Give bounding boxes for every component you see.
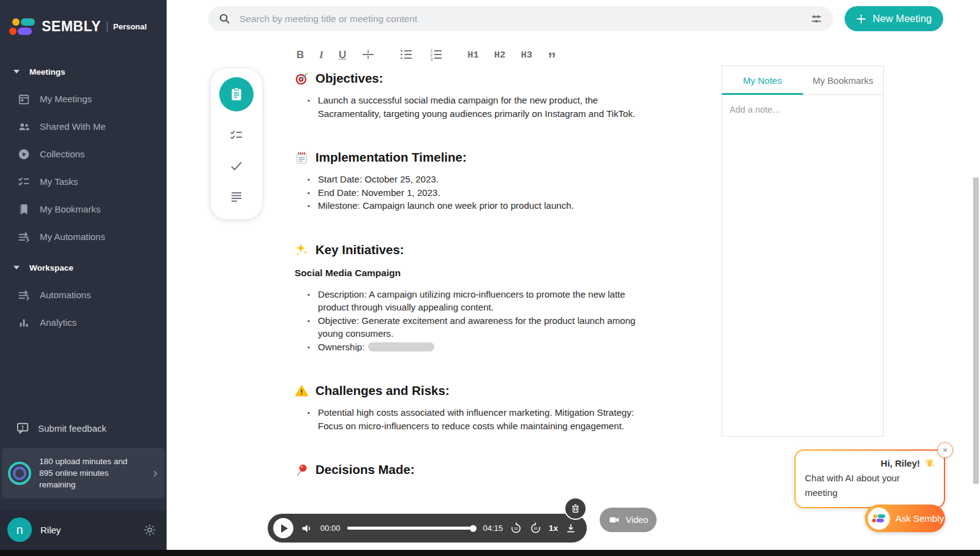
rewind-10-button[interactable]: 10 bbox=[510, 522, 522, 535]
section-heading: Objectives: bbox=[295, 71, 654, 86]
search-input[interactable] bbox=[239, 13, 802, 24]
people-icon bbox=[17, 120, 31, 133]
italic-button[interactable]: I bbox=[319, 49, 323, 61]
chat-bubble-border: Hi, Riley! Chat with AI about your meeti… bbox=[794, 449, 945, 508]
bold-button[interactable]: B bbox=[296, 49, 304, 61]
tasks-view-button[interactable] bbox=[229, 128, 244, 143]
transcript-view-button[interactable] bbox=[229, 190, 244, 205]
heading2-button[interactable]: H2 bbox=[494, 50, 506, 61]
tab-my-notes[interactable]: My Notes bbox=[722, 66, 803, 94]
bar-chart-icon bbox=[17, 316, 31, 329]
close-icon: × bbox=[943, 445, 948, 455]
sidebar-item-my-tasks[interactable]: My Tasks bbox=[0, 168, 167, 195]
brand-divider bbox=[107, 21, 108, 32]
seek-bar[interactable] bbox=[347, 527, 477, 530]
clipboard-icon bbox=[228, 86, 244, 102]
forward-10-button[interactable]: 10 bbox=[529, 522, 542, 535]
initiative-subheading: Social Media Campaign bbox=[295, 268, 654, 279]
sidebar: SEMBLY Personal Meetings My Meetings Sha… bbox=[0, 0, 167, 556]
sidebar-item-collections[interactable]: Collections bbox=[0, 140, 167, 168]
user-account-row[interactable]: n Riley bbox=[0, 509, 167, 550]
sidebar-item-my-bookmarks[interactable]: My Bookmarks bbox=[0, 195, 167, 223]
heading1-button[interactable]: H1 bbox=[467, 50, 479, 61]
sidebar-section-meetings[interactable]: Meetings bbox=[0, 58, 167, 85]
duration: 04:15 bbox=[483, 524, 503, 533]
section-heading: Implementation Timeline: bbox=[295, 150, 654, 165]
meeting-notes-document[interactable]: Objectives: Launch a successful social m… bbox=[295, 71, 654, 507]
sidebar-item-automations[interactable]: Automations bbox=[0, 281, 167, 309]
bullet-item: Potential high costs associated with inf… bbox=[318, 406, 654, 432]
sidebar-item-analytics[interactable]: Analytics bbox=[0, 309, 167, 336]
seek-thumb[interactable] bbox=[470, 525, 477, 532]
trash-icon bbox=[570, 503, 581, 514]
close-chat-button[interactable]: × bbox=[937, 442, 953, 458]
svg-text:1: 1 bbox=[431, 48, 433, 53]
delete-recording-button[interactable] bbox=[564, 497, 587, 520]
target-icon bbox=[295, 72, 309, 86]
calendar-icon bbox=[17, 92, 31, 106]
wave-icon bbox=[924, 458, 935, 469]
bullet-item: End Date: November 1, 2023. bbox=[318, 186, 654, 200]
strikethrough-button[interactable] bbox=[361, 48, 375, 63]
audio-player: 00:00 04:15 10 10 1x bbox=[268, 514, 587, 543]
minutes-progress-icon bbox=[8, 462, 31, 485]
notes-view-button[interactable] bbox=[219, 77, 254, 111]
chat-bubble-content: Hi, Riley! Chat with AI about your meeti… bbox=[796, 451, 944, 507]
svg-text:10: 10 bbox=[533, 527, 537, 530]
decisions-view-button[interactable] bbox=[229, 159, 244, 173]
format-toolbar: B I U 123 H1 H2 H3 ” bbox=[296, 44, 556, 66]
notes-panel: My Notes My Bookmarks Add a note... bbox=[722, 66, 884, 437]
chevron-right-icon: › bbox=[153, 465, 157, 481]
note-placeholder: Add a note... bbox=[729, 105, 780, 115]
minutes-remaining-text: 180 upload minutes and 895 online minute… bbox=[39, 456, 132, 490]
submit-feedback-button[interactable]: Submit feedback bbox=[0, 415, 167, 441]
plus-icon bbox=[856, 14, 866, 24]
automation-icon bbox=[17, 288, 31, 302]
user-name: Riley bbox=[40, 525, 134, 535]
sembly-logo-icon bbox=[12, 18, 35, 35]
blockquote-button[interactable]: ” bbox=[548, 48, 556, 62]
download-icon bbox=[565, 522, 577, 535]
warning-icon bbox=[295, 384, 309, 398]
strikethrough-icon bbox=[361, 48, 375, 61]
sidebar-item-shared-with-me[interactable]: Shared With Me bbox=[0, 113, 167, 140]
sidebar-item-my-meetings[interactable]: My Meetings bbox=[0, 85, 167, 113]
settings-gear-button[interactable] bbox=[143, 523, 157, 537]
heading3-button[interactable]: H3 bbox=[521, 50, 532, 61]
redacted-text bbox=[368, 342, 434, 351]
notes-tabs: My Notes My Bookmarks bbox=[722, 66, 883, 95]
sembly-logo-icon bbox=[868, 508, 890, 530]
play-button[interactable] bbox=[273, 518, 293, 538]
new-meeting-button[interactable]: New Meeting bbox=[845, 6, 943, 31]
search-icon bbox=[218, 12, 232, 26]
volume-icon bbox=[300, 522, 314, 535]
sidebar-section-workspace[interactable]: Workspace bbox=[0, 254, 167, 281]
tab-my-bookmarks[interactable]: My Bookmarks bbox=[803, 66, 884, 94]
playback-speed-button[interactable]: 1x bbox=[549, 524, 558, 533]
search-bar[interactable] bbox=[208, 6, 833, 31]
ask-sembly-button[interactable]: Ask Sembly bbox=[865, 505, 945, 532]
avatar: n bbox=[7, 517, 32, 542]
underline-button[interactable]: U bbox=[339, 49, 346, 61]
video-toggle-button[interactable]: Video bbox=[600, 508, 657, 532]
filter-sliders-icon bbox=[810, 12, 823, 26]
bulleted-list-button[interactable] bbox=[399, 47, 413, 64]
tasks-icon bbox=[17, 175, 31, 189]
window-bottom-edge bbox=[0, 550, 980, 556]
brand-logo[interactable]: SEMBLY Personal bbox=[0, 0, 167, 35]
download-button[interactable] bbox=[565, 522, 577, 535]
vertical-scrollbar[interactable] bbox=[973, 178, 979, 484]
minutes-remaining-card[interactable]: 180 upload minutes and 895 online minute… bbox=[2, 448, 165, 498]
play-circle-icon bbox=[17, 148, 31, 161]
bullet-item: Objective: Generate excitement and aware… bbox=[318, 314, 654, 340]
note-input-area[interactable]: Add a note... bbox=[722, 95, 883, 436]
play-icon bbox=[281, 524, 288, 533]
chevron-down-icon bbox=[13, 70, 20, 73]
brand-edition: Personal bbox=[113, 22, 147, 31]
search-filter-button[interactable] bbox=[810, 12, 823, 26]
volume-button[interactable] bbox=[300, 522, 314, 535]
numbered-list-button[interactable]: 123 bbox=[429, 47, 443, 64]
sparkles-icon bbox=[295, 242, 309, 257]
section-heading: Challenges and Risks: bbox=[295, 383, 654, 398]
sidebar-item-my-automations[interactable]: My Automations bbox=[0, 223, 167, 250]
